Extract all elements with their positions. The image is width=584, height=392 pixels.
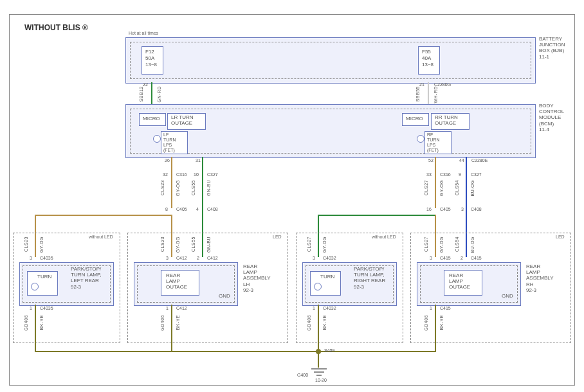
- group-2-tag: LED: [273, 235, 282, 239]
- gnd-bus: [35, 351, 436, 352]
- splice-c408a: C408: [207, 207, 218, 211]
- pin-10: 10: [194, 172, 199, 177]
- gnd-3v: [318, 305, 319, 351]
- gnd-2v: [171, 305, 172, 351]
- color-sbb55: WH-RD: [433, 86, 438, 103]
- lamp4-in-color1: GY-OG: [439, 236, 444, 253]
- gnd-loc: 10-20: [315, 378, 327, 382]
- wire-gy-split-l: [35, 215, 172, 216]
- lamp3-in-conn: C4032: [323, 256, 336, 260]
- conn-c2280e: C2280E: [471, 158, 488, 163]
- conn-c316a: C316: [176, 172, 187, 177]
- lamp-box-4-gnd: GND: [502, 293, 513, 299]
- conn-c327b: C327: [471, 172, 482, 177]
- lamp2-in-color1: GY-OG: [176, 236, 180, 253]
- splice-8: 8: [165, 207, 168, 211]
- gnd-1v: [35, 305, 36, 351]
- circ-sbb12: SBB12: [139, 86, 143, 102]
- splice-c408b: C408: [471, 207, 482, 211]
- pin-31: 31: [196, 158, 201, 163]
- lamp4-in-pin1: 3: [430, 256, 432, 260]
- lamp3-out-conn: C4032: [323, 306, 336, 310]
- lamp1-out-color: BK-YE: [39, 315, 44, 330]
- bulb-3-icon: [314, 283, 322, 290]
- lamp1-out-conn: C4035: [40, 306, 53, 310]
- lamp4-in-conn2: C415: [471, 256, 482, 260]
- circ-cls55: CLS55: [191, 180, 196, 195]
- lamp4-out-conn: C415: [440, 306, 451, 310]
- rr-outage-label: RR TURN OUTAGE: [435, 114, 458, 126]
- color-cls54: BU-OG: [470, 180, 475, 196]
- lamp3-out-color: BK-YE: [322, 315, 327, 330]
- lamp2-in-pin1: 3: [166, 256, 169, 260]
- gnd-drop: [318, 352, 319, 368]
- lf-lps-label: LF TURN LPS (FET): [163, 132, 176, 153]
- wiring-diagram: WITHOUT BLIS ® Hot at all times BATTERY …: [0, 0, 584, 392]
- splice-s409: S409: [324, 348, 334, 353]
- lamp4-in-pin2: 2: [461, 256, 463, 260]
- pin-33: 33: [426, 172, 432, 177]
- lamp4-in-circ1: CLS27: [424, 236, 428, 252]
- color-sbb12: GN-RD: [157, 86, 161, 102]
- lamp3-in-pin: 3: [313, 256, 315, 260]
- lamp2-in-circ1: CLS23: [160, 236, 165, 252]
- pin-22: 22: [143, 82, 148, 87]
- lamp-box-2-gnd: GND: [219, 293, 230, 299]
- wire-sbb12: [151, 82, 152, 104]
- conn-c327a: C327: [207, 172, 218, 177]
- lamp4-out-color: BK-YE: [439, 315, 444, 330]
- lamp2-out-color: BK-YE: [176, 315, 180, 330]
- lamp2-in-conn1: C412: [176, 256, 187, 260]
- pin-32: 32: [163, 172, 168, 177]
- lamp-box-2-title: REAR LAMP OUTAGE: [166, 272, 187, 290]
- wire-sbb55: [428, 82, 429, 104]
- turn-1-label: TURN: [37, 274, 51, 280]
- color-cls23: GY-OG: [176, 180, 180, 196]
- lf-lps-icon: [153, 135, 161, 143]
- lamp4-out-circ: GD406: [424, 315, 428, 331]
- wire-cls54a: [466, 157, 467, 208]
- lamp2-in-pin2: 2: [197, 256, 199, 260]
- lamp4-in-conn1: C415: [440, 256, 451, 260]
- lamp4-in-circ2: CLS54: [455, 236, 459, 252]
- lamp1-out-pin: 1: [30, 306, 32, 310]
- fuse-f55-amps: 40A: [422, 55, 431, 61]
- diagram-title: WITHOUT BLIS ®: [24, 23, 88, 32]
- circ-cls23: CLS23: [160, 180, 165, 195]
- lamp2-out-circ: GD406: [160, 315, 165, 331]
- lamp2-out-pin: 1: [166, 306, 169, 310]
- pin-9: 9: [459, 172, 461, 177]
- bjb-module: [125, 37, 536, 84]
- bjb-title: BATTERY JUNCTION BOX (BJB) 11-1: [539, 36, 565, 60]
- wire-gy-split-r: [318, 215, 436, 216]
- lamp3-out-pin: 1: [313, 306, 315, 310]
- bulb-1-icon: [31, 283, 39, 290]
- lamp1-in-color: GY-OG: [39, 236, 44, 253]
- splice-16: 16: [426, 207, 432, 211]
- lamp1-in-conn: C4035: [40, 256, 53, 260]
- bjb-dashed: [130, 42, 531, 79]
- bcm-title: BODY CONTROL MODULE (BCM) 11-4: [539, 103, 564, 132]
- circ-cls27: CLS27: [424, 180, 428, 195]
- splice-3: 3: [461, 207, 464, 211]
- group-1-tag: without LED: [89, 235, 113, 239]
- lamp2-out-conn: C412: [176, 306, 187, 310]
- circ-sbb55: SBB55: [415, 86, 420, 102]
- micro-left-label: MICRO: [143, 116, 160, 121]
- lamp-box-3-title: PARK/STOP/ TURN LAMP, RIGHT REAR 92-3: [354, 266, 385, 290]
- fuse-f12-amps: 50A: [145, 55, 154, 61]
- splice-4: 4: [196, 207, 199, 211]
- lamp2-in-color2: GN-BU: [206, 236, 211, 253]
- lamp1-in-circ: CLS23: [24, 236, 28, 252]
- lamp2-in-circ2: CLS55: [191, 236, 196, 252]
- wire-cls23a: [171, 157, 172, 208]
- fuse-f55-loc: 13~8: [422, 62, 433, 67]
- hot-label: Hot at all times: [129, 31, 158, 35]
- splice-c405b: C405: [440, 207, 451, 211]
- conn-c316b: C316: [440, 172, 451, 177]
- wire-cls27a: [435, 157, 436, 208]
- rf-lps-icon: [417, 135, 424, 143]
- lamp1-out-circ: GD406: [24, 315, 28, 331]
- lamp-box-1-title: PARK/STOP/ TURN LAMP, LEFT REAR 92-3: [71, 266, 101, 290]
- lamp3-in-circ: CLS27: [307, 236, 311, 252]
